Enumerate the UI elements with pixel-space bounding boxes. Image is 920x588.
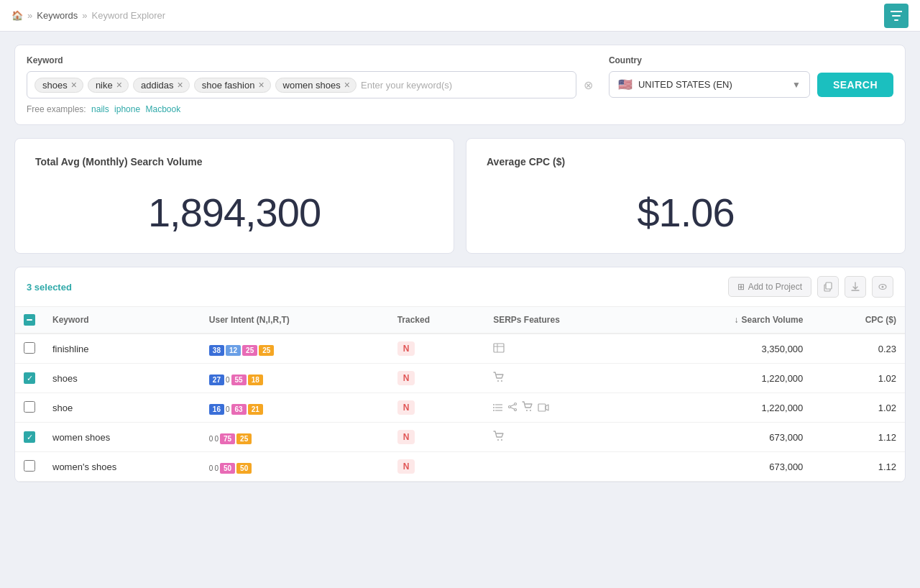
svg-rect-4 bbox=[494, 344, 504, 352]
table-row: women's shoes005050N673,0001.12 bbox=[15, 452, 905, 482]
keyword-input-area[interactable]: shoes × nike × addidas × shoe fashion × … bbox=[27, 71, 576, 98]
svg-point-24 bbox=[501, 439, 502, 441]
row-cpc: 0.23 bbox=[811, 334, 905, 364]
row-serp bbox=[484, 393, 646, 423]
filter-icon-area bbox=[884, 4, 908, 28]
clear-all-button[interactable]: ⊗ bbox=[582, 77, 594, 93]
table-header: Keyword User Intent (N,I,R,T) Tracked SE… bbox=[15, 307, 905, 334]
row-checkbox-cell bbox=[15, 364, 44, 393]
row-serp bbox=[484, 364, 646, 393]
svg-point-14 bbox=[493, 410, 494, 411]
example-nails[interactable]: nails bbox=[91, 104, 109, 114]
row-checkbox[interactable] bbox=[24, 431, 35, 443]
row-checkbox-cell bbox=[15, 393, 44, 423]
row-tracked: N bbox=[389, 452, 485, 482]
row-keyword: shoes bbox=[44, 364, 201, 393]
row-keyword: women shoes bbox=[44, 423, 201, 452]
row-volume: 1,220,000 bbox=[646, 364, 812, 393]
svg-point-20 bbox=[526, 410, 528, 411]
sort-icon: ↓ bbox=[735, 315, 739, 325]
table-section: 3 selected ⊞ Add to Project bbox=[14, 267, 906, 482]
breadcrumb-current: Keyword Explorer bbox=[92, 10, 166, 21]
cart-icon bbox=[493, 431, 505, 444]
row-keyword: shoe bbox=[44, 393, 201, 423]
table-row: women shoes007525N673,0001.12 bbox=[15, 423, 905, 452]
topbar: 🏠 » Keywords » Keyword Explorer bbox=[0, 0, 920, 32]
row-checkbox[interactable] bbox=[24, 372, 35, 384]
col-intent: User Intent (N,I,R,T) bbox=[201, 307, 389, 334]
tag-nike-remove[interactable]: × bbox=[116, 80, 122, 90]
country-select[interactable]: 🇺🇸 UNITED STATES (EN) ▼ bbox=[609, 71, 810, 98]
free-examples: Free examples: nails iphone Macbook bbox=[27, 104, 594, 114]
row-cpc: 1.12 bbox=[811, 423, 905, 452]
col-volume: ↓Search Volume bbox=[646, 307, 812, 334]
breadcrumb-sep1: » bbox=[27, 10, 32, 21]
svg-rect-22 bbox=[538, 404, 546, 411]
svg-rect-1 bbox=[826, 282, 832, 289]
breadcrumb-sep2: » bbox=[82, 10, 87, 21]
example-macbook[interactable]: Macbook bbox=[145, 104, 180, 114]
svg-point-15 bbox=[515, 403, 517, 405]
row-intent: 005050 bbox=[201, 452, 389, 482]
row-checkbox[interactable] bbox=[24, 342, 35, 354]
row-serp bbox=[484, 334, 646, 364]
row-tracked: N bbox=[389, 423, 485, 452]
row-intent: 38122525 bbox=[201, 334, 389, 364]
col-cpc: CPC ($) bbox=[811, 307, 905, 334]
svg-point-21 bbox=[530, 410, 531, 411]
home-icon[interactable]: 🏠 bbox=[12, 10, 23, 21]
row-tracked: N bbox=[389, 334, 485, 364]
keyword-placeholder: Enter your keyword(s) bbox=[361, 80, 452, 91]
download-button[interactable] bbox=[845, 276, 866, 298]
tag-women-shoes-remove[interactable]: × bbox=[344, 80, 350, 90]
row-checkbox-cell bbox=[15, 423, 44, 452]
tag-shoes-remove[interactable]: × bbox=[71, 80, 77, 90]
col-keyword: Keyword bbox=[44, 307, 201, 334]
row-volume: 673,000 bbox=[646, 423, 812, 452]
breadcrumb: 🏠 » Keywords » Keyword Explorer bbox=[12, 10, 165, 21]
row-checkbox[interactable] bbox=[24, 401, 35, 413]
row-checkbox[interactable] bbox=[24, 460, 35, 472]
svg-point-8 bbox=[501, 380, 502, 382]
cpc-value: $1.06 bbox=[487, 189, 885, 236]
select-all-checkbox[interactable] bbox=[24, 314, 35, 326]
tag-shoe-fashion-remove[interactable]: × bbox=[258, 80, 264, 90]
tag-women-shoes[interactable]: women shoes × bbox=[275, 78, 356, 93]
svg-line-19 bbox=[510, 407, 514, 408]
volume-value: 1,894,300 bbox=[35, 189, 433, 236]
volume-title: Total Avg (Monthly) Search Volume bbox=[35, 156, 433, 167]
row-intent: 2705518 bbox=[201, 364, 389, 393]
tag-addidas[interactable]: addidas × bbox=[133, 78, 190, 93]
row-volume: 3,350,000 bbox=[646, 334, 812, 364]
tag-addidas-remove[interactable]: × bbox=[177, 80, 183, 90]
svg-point-16 bbox=[509, 405, 511, 408]
copy-button[interactable] bbox=[817, 276, 839, 298]
row-serp bbox=[484, 423, 646, 452]
search-button[interactable]: SEARCH bbox=[817, 73, 893, 97]
svg-point-3 bbox=[882, 286, 884, 288]
filter-button[interactable] bbox=[884, 4, 908, 28]
row-keyword: finishline bbox=[44, 334, 201, 364]
tag-shoe-fashion[interactable]: shoe fashion × bbox=[194, 78, 271, 93]
tag-shoes[interactable]: shoes × bbox=[34, 78, 83, 93]
video-icon bbox=[538, 402, 549, 414]
volume-card: Total Avg (Monthly) Search Volume 1,894,… bbox=[14, 138, 454, 254]
cpc-card: Average CPC ($) $1.06 bbox=[466, 138, 906, 254]
cart-icon bbox=[493, 372, 505, 385]
keyword-label: Keyword bbox=[27, 55, 594, 65]
filter-icon bbox=[891, 11, 902, 21]
row-intent: 1606321 bbox=[201, 393, 389, 423]
eye-button[interactable] bbox=[872, 276, 893, 298]
col-serp: SERPs Features bbox=[484, 307, 646, 334]
add-to-project-button[interactable]: ⊞ Add to Project bbox=[728, 277, 811, 297]
row-checkbox-cell bbox=[15, 334, 44, 364]
breadcrumb-keywords[interactable]: Keywords bbox=[37, 10, 78, 21]
table-row: finishline38122525N3,350,0000.23 bbox=[15, 334, 905, 364]
chevron-down-icon: ▼ bbox=[792, 80, 801, 90]
country-value: UNITED STATES (EN) bbox=[638, 79, 732, 90]
tag-nike[interactable]: nike × bbox=[88, 78, 129, 93]
table-toolbar: 3 selected ⊞ Add to Project bbox=[15, 267, 905, 307]
svg-point-12 bbox=[493, 404, 494, 405]
table-row: shoe1606321N1,220,0001.02 bbox=[15, 393, 905, 423]
example-iphone[interactable]: iphone bbox=[114, 104, 140, 114]
